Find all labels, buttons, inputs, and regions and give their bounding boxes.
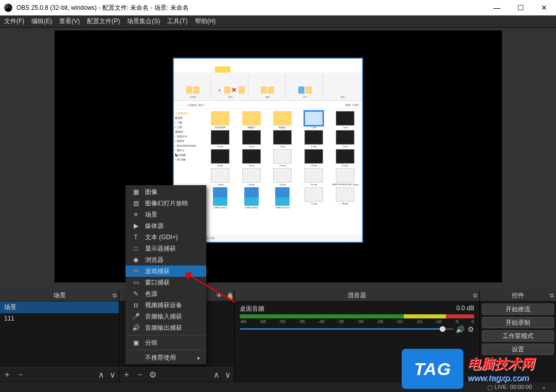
menu-item-icon: □ — [132, 245, 140, 252]
menu-item-icon: 🎤 — [132, 313, 140, 320]
window-title: OBS 25.0.8 (32-bit, windows) - 配置文件: 未命名… — [16, 4, 485, 12]
source-type-menu-item[interactable]: ✎色源 — [125, 288, 206, 299]
source-type-menu-item[interactable]: ▶媒体源 — [125, 220, 206, 231]
mixer-db-value: 0.0 dB — [456, 305, 474, 313]
mixer-popout-icon[interactable]: ⧉ — [473, 292, 477, 299]
bottom-panels: 场景⧉ 场景 111 ＋ － ∧ ∨ 👁 🔒 ⧉ ＋ － ⚙ ∧ ∨ 混音器⧉ — [0, 290, 556, 382]
menu-item-icon: ▭ — [132, 279, 140, 286]
preview-canvas[interactable]: 剪贴板 ⇄✕组织 新建 打开 选择 ← → ↑« 快捷键 › 图片 ›搜索"小图… — [55, 30, 502, 282]
controls-panel: 控件⧉ 开始推流 开始录制 工作室模式 设置 — [480, 290, 556, 382]
scene-remove-button[interactable]: － — [16, 369, 25, 380]
menu-edit[interactable]: 编辑(E) — [31, 17, 52, 26]
status-bar: LIVE: 00:00:00 ● — [0, 382, 556, 392]
mixer-gear-icon[interactable]: ⚙ — [468, 325, 474, 333]
window-close-button[interactable]: ✕ — [532, 0, 556, 15]
menubar: 文件(F) 编辑(E) 查看(V) 配置文件(P) 场景集合(S) 工具(T) … — [0, 15, 556, 28]
eye-icon[interactable]: 👁 — [216, 292, 223, 299]
menu-item-icon: ▦ — [132, 188, 140, 195]
menu-profile[interactable]: 配置文件(P) — [87, 17, 120, 26]
menu-tools[interactable]: 工具(T) — [167, 17, 187, 26]
menu-item-icon: ▶ — [132, 222, 140, 229]
scene-down-button[interactable]: ∨ — [110, 370, 116, 380]
source-up-button[interactable]: ∧ — [213, 370, 220, 380]
source-type-menu-item[interactable]: ◘视频捕获设备 — [125, 299, 206, 311]
speaker-icon[interactable]: 🔊 — [456, 325, 464, 333]
source-type-menu-item[interactable]: ▤图像幻灯片放映 — [125, 198, 206, 209]
source-type-menu-item[interactable]: ▭窗口捕获 — [125, 277, 206, 288]
explorer-file-grid: QQ空间图库新建图片系统图片1.png7.png3.png4.png5.png6… — [204, 109, 362, 242]
source-type-menu-item[interactable]: 🎤音频输入捕获 — [125, 311, 206, 322]
scenes-panel: 场景⧉ 场景 111 ＋ － ∧ ∨ — [0, 290, 119, 382]
scenes-title: 场景 — [53, 291, 66, 300]
settings-button[interactable]: 设置 — [482, 344, 554, 355]
preview-area[interactable]: 剪贴板 ⇄✕组织 新建 打开 选择 ← → ↑« 快捷键 › 图片 ›搜索"小图… — [0, 28, 556, 290]
mixer-volume-slider[interactable]: 🔊 ⚙ — [240, 326, 474, 331]
controls-popout-icon[interactable]: ⧉ — [550, 292, 554, 299]
controls-title: 控件 — [512, 291, 524, 300]
menu-item-icon: ◘ — [132, 301, 140, 309]
scene-item[interactable]: 111 — [0, 313, 119, 324]
scene-add-button[interactable]: ＋ — [3, 369, 11, 380]
menu-help[interactable]: 帮助(H) — [195, 17, 216, 26]
menu-item-icon: 🔊 — [132, 324, 140, 331]
live-indicator: LIVE: 00:00:00 — [488, 384, 532, 390]
obs-logo-icon — [4, 4, 12, 12]
sources-popout-icon[interactable]: ⧉ — [228, 292, 232, 299]
source-type-menu-item[interactable]: 🎮游戏捕获 — [125, 265, 206, 277]
source-settings-button[interactable]: ⚙ — [149, 370, 156, 380]
scene-item[interactable]: 场景 — [0, 301, 119, 313]
menu-view[interactable]: 查看(V) — [59, 17, 80, 26]
scene-up-button[interactable]: ∧ — [98, 370, 104, 380]
menu-item-icon: ≡ — [132, 211, 140, 218]
menu-file[interactable]: 文件(F) — [4, 17, 24, 26]
mixer-panel: 混音器⧉ 桌面音频 0.0 dB -60-55-50-45-40-35-30-2… — [235, 290, 480, 382]
source-type-menu-item[interactable]: 🔊音频输出捕获 — [125, 322, 206, 333]
menu-item-icon: ◉ — [132, 256, 140, 263]
menu-item-icon: 🎮 — [132, 268, 140, 275]
source-add-button[interactable]: ＋ — [122, 369, 131, 380]
source-type-menu-item[interactable]: ◉浏览器 — [125, 254, 206, 265]
menu-item-icon: T — [132, 234, 140, 241]
window-minimize-button[interactable]: — — [485, 0, 509, 15]
add-source-context-menu: ▦图像▤图像幻灯片放映≡场景▶媒体源T文本 (GDI+)□显示器捕获◉浏览器🎮游… — [125, 185, 206, 364]
mixer-level-meter — [240, 314, 474, 318]
mixer-title: 混音器 — [348, 291, 366, 300]
source-type-menu-item[interactable]: ≡场景 — [125, 209, 206, 220]
menu-item-icon: ▤ — [132, 200, 140, 207]
rec-indicator-icon: ● — [542, 384, 546, 390]
studio-mode-button[interactable]: 工作室模式 — [482, 330, 554, 342]
source-down-button[interactable]: ∨ — [225, 370, 231, 380]
menu-scene-collection[interactable]: 场景集合(S) — [127, 17, 160, 26]
source-group-menu-item[interactable]: ▣分组 — [125, 337, 206, 348]
scenes-popout-icon[interactable]: ⧉ — [113, 292, 117, 299]
source-type-menu-item[interactable]: ▦图像 — [125, 186, 206, 198]
deprecated-submenu[interactable]: 不推荐使用 — [125, 352, 206, 363]
source-type-menu-item[interactable]: T文本 (GDI+) — [125, 231, 206, 243]
window-maximize-button[interactable]: ☐ — [509, 0, 532, 15]
source-remove-button[interactable]: － — [136, 369, 144, 380]
source-type-menu-item[interactable]: □显示器捕获 — [125, 243, 206, 254]
mixer-channel-name: 桌面音频 — [240, 305, 264, 313]
window-titlebar: OBS 25.0.8 (32-bit, windows) - 配置文件: 未命名… — [0, 0, 556, 15]
start-recording-button[interactable]: 开始录制 — [482, 317, 554, 328]
start-streaming-button[interactable]: 开始推流 — [482, 304, 554, 315]
menu-item-icon: ✎ — [132, 290, 140, 297]
